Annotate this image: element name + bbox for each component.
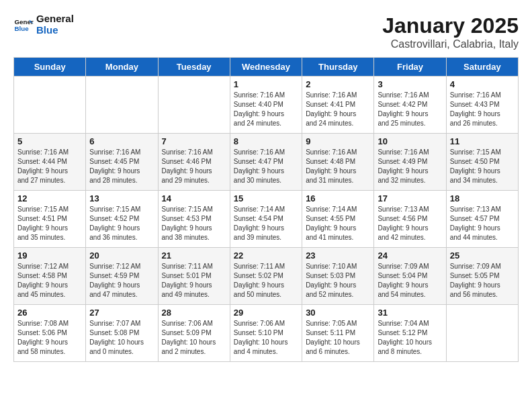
day-cell: 29Sunrise: 7:06 AM Sunset: 5:10 PM Dayli…	[230, 305, 302, 362]
day-cell: 15Sunrise: 7:14 AM Sunset: 4:54 PM Dayli…	[230, 191, 302, 248]
day-detail: Sunrise: 7:16 AM Sunset: 4:40 PM Dayligh…	[234, 91, 298, 128]
day-number: 10	[378, 136, 442, 146]
day-detail: Sunrise: 7:16 AM Sunset: 4:44 PM Dayligh…	[17, 148, 82, 185]
day-cell: 17Sunrise: 7:13 AM Sunset: 4:56 PM Dayli…	[374, 191, 446, 248]
day-detail: Sunrise: 7:05 AM Sunset: 5:11 PM Dayligh…	[306, 319, 370, 357]
day-detail: Sunrise: 7:14 AM Sunset: 4:55 PM Dayligh…	[306, 205, 370, 242]
day-detail: Sunrise: 7:15 AM Sunset: 4:52 PM Dayligh…	[89, 205, 154, 242]
day-detail: Sunrise: 7:16 AM Sunset: 4:45 PM Dayligh…	[89, 148, 154, 185]
day-number: 2	[306, 79, 370, 89]
day-cell: 5Sunrise: 7:16 AM Sunset: 4:44 PM Daylig…	[14, 134, 86, 191]
day-number: 16	[306, 193, 370, 203]
day-number: 19	[17, 250, 82, 261]
calendar-title: January 2025	[382, 13, 519, 38]
day-detail: Sunrise: 7:16 AM Sunset: 4:41 PM Dayligh…	[306, 91, 370, 128]
day-detail: Sunrise: 7:04 AM Sunset: 5:12 PM Dayligh…	[378, 319, 442, 357]
day-cell: 7Sunrise: 7:16 AM Sunset: 4:46 PM Daylig…	[158, 134, 230, 191]
day-cell: 16Sunrise: 7:14 AM Sunset: 4:55 PM Dayli…	[302, 191, 374, 248]
day-number: 18	[450, 193, 515, 203]
day-number: 11	[450, 136, 515, 146]
day-cell: 10Sunrise: 7:16 AM Sunset: 4:49 PM Dayli…	[374, 134, 446, 191]
day-number: 24	[378, 250, 442, 261]
day-detail: Sunrise: 7:15 AM Sunset: 4:53 PM Dayligh…	[162, 205, 226, 242]
day-cell: 26Sunrise: 7:08 AM Sunset: 5:06 PM Dayli…	[14, 305, 86, 362]
week-row-3: 12Sunrise: 7:15 AM Sunset: 4:51 PM Dayli…	[14, 191, 519, 248]
day-cell	[86, 77, 158, 134]
day-cell: 18Sunrise: 7:13 AM Sunset: 4:57 PM Dayli…	[446, 191, 518, 248]
day-detail: Sunrise: 7:10 AM Sunset: 5:03 PM Dayligh…	[306, 262, 370, 300]
day-number: 5	[17, 136, 82, 146]
logo: General Blue General Blue	[13, 13, 74, 36]
day-number: 17	[378, 193, 442, 203]
day-detail: Sunrise: 7:16 AM Sunset: 4:46 PM Dayligh…	[162, 148, 226, 185]
day-cell: 3Sunrise: 7:16 AM Sunset: 4:42 PM Daylig…	[374, 77, 446, 134]
day-cell: 1Sunrise: 7:16 AM Sunset: 4:40 PM Daylig…	[230, 77, 302, 134]
day-number: 30	[306, 308, 370, 318]
day-cell: 30Sunrise: 7:05 AM Sunset: 5:11 PM Dayli…	[302, 305, 374, 362]
day-number: 15	[234, 193, 298, 203]
week-row-5: 26Sunrise: 7:08 AM Sunset: 5:06 PM Dayli…	[14, 305, 519, 362]
day-number: 28	[162, 308, 226, 318]
week-row-4: 19Sunrise: 7:12 AM Sunset: 4:58 PM Dayli…	[14, 248, 519, 305]
day-number: 21	[162, 250, 226, 261]
day-detail: Sunrise: 7:07 AM Sunset: 5:08 PM Dayligh…	[89, 319, 154, 357]
day-number: 29	[234, 308, 298, 318]
day-number: 13	[89, 193, 154, 203]
logo-icon: General Blue	[13, 15, 34, 35]
day-number: 31	[378, 308, 442, 318]
day-number: 6	[89, 136, 154, 146]
day-cell: 4Sunrise: 7:16 AM Sunset: 4:43 PM Daylig…	[446, 77, 518, 134]
day-detail: Sunrise: 7:13 AM Sunset: 4:56 PM Dayligh…	[378, 205, 442, 242]
day-cell: 24Sunrise: 7:09 AM Sunset: 5:04 PM Dayli…	[374, 248, 446, 305]
day-cell: 9Sunrise: 7:16 AM Sunset: 4:48 PM Daylig…	[302, 134, 374, 191]
day-detail: Sunrise: 7:06 AM Sunset: 5:10 PM Dayligh…	[234, 319, 298, 357]
day-detail: Sunrise: 7:16 AM Sunset: 4:42 PM Dayligh…	[378, 91, 442, 128]
day-detail: Sunrise: 7:11 AM Sunset: 5:02 PM Dayligh…	[234, 262, 298, 300]
day-cell	[158, 77, 230, 134]
day-number: 4	[450, 79, 515, 89]
day-cell: 28Sunrise: 7:06 AM Sunset: 5:09 PM Dayli…	[158, 305, 230, 362]
weekday-header-friday: Friday	[374, 58, 446, 77]
day-number: 26	[17, 308, 82, 318]
calendar-subtitle: Castrovillari, Calabria, Italy	[382, 38, 519, 50]
day-cell: 2Sunrise: 7:16 AM Sunset: 4:41 PM Daylig…	[302, 77, 374, 134]
day-cell: 8Sunrise: 7:16 AM Sunset: 4:47 PM Daylig…	[230, 134, 302, 191]
day-detail: Sunrise: 7:16 AM Sunset: 4:48 PM Dayligh…	[306, 148, 370, 185]
day-number: 8	[234, 136, 298, 146]
day-detail: Sunrise: 7:13 AM Sunset: 4:57 PM Dayligh…	[450, 205, 515, 242]
day-cell: 12Sunrise: 7:15 AM Sunset: 4:51 PM Dayli…	[14, 191, 86, 248]
day-number: 3	[378, 79, 442, 89]
day-cell: 6Sunrise: 7:16 AM Sunset: 4:45 PM Daylig…	[86, 134, 158, 191]
weekday-header-tuesday: Tuesday	[158, 58, 230, 77]
day-number: 20	[89, 250, 154, 261]
day-cell: 31Sunrise: 7:04 AM Sunset: 5:12 PM Dayli…	[374, 305, 446, 362]
weekday-header-monday: Monday	[86, 58, 158, 77]
day-cell: 21Sunrise: 7:11 AM Sunset: 5:01 PM Dayli…	[158, 248, 230, 305]
day-cell: 23Sunrise: 7:10 AM Sunset: 5:03 PM Dayli…	[302, 248, 374, 305]
calendar-table: SundayMondayTuesdayWednesdayThursdayFrid…	[13, 57, 519, 362]
day-detail: Sunrise: 7:08 AM Sunset: 5:06 PM Dayligh…	[17, 319, 82, 357]
day-cell: 14Sunrise: 7:15 AM Sunset: 4:53 PM Dayli…	[158, 191, 230, 248]
logo-general: General	[36, 13, 74, 25]
day-detail: Sunrise: 7:15 AM Sunset: 4:50 PM Dayligh…	[450, 148, 515, 185]
day-cell	[14, 77, 86, 134]
day-detail: Sunrise: 7:14 AM Sunset: 4:54 PM Dayligh…	[234, 205, 298, 242]
day-cell: 22Sunrise: 7:11 AM Sunset: 5:02 PM Dayli…	[230, 248, 302, 305]
weekday-header-row: SundayMondayTuesdayWednesdayThursdayFrid…	[14, 58, 519, 77]
day-number: 9	[306, 136, 370, 146]
day-cell: 25Sunrise: 7:09 AM Sunset: 5:05 PM Dayli…	[446, 248, 518, 305]
day-cell: 20Sunrise: 7:12 AM Sunset: 4:59 PM Dayli…	[86, 248, 158, 305]
day-number: 14	[162, 193, 226, 203]
day-number: 23	[306, 250, 370, 261]
week-row-1: 1Sunrise: 7:16 AM Sunset: 4:40 PM Daylig…	[14, 77, 519, 134]
weekday-header-wednesday: Wednesday	[230, 58, 302, 77]
day-cell: 27Sunrise: 7:07 AM Sunset: 5:08 PM Dayli…	[86, 305, 158, 362]
day-detail: Sunrise: 7:11 AM Sunset: 5:01 PM Dayligh…	[162, 262, 226, 300]
day-cell: 11Sunrise: 7:15 AM Sunset: 4:50 PM Dayli…	[446, 134, 518, 191]
day-cell: 13Sunrise: 7:15 AM Sunset: 4:52 PM Dayli…	[86, 191, 158, 248]
title-area: January 2025 Castrovillari, Calabria, It…	[382, 13, 519, 50]
day-detail: Sunrise: 7:09 AM Sunset: 5:04 PM Dayligh…	[378, 262, 442, 300]
day-detail: Sunrise: 7:16 AM Sunset: 4:49 PM Dayligh…	[378, 148, 442, 185]
day-number: 7	[162, 136, 226, 146]
day-number: 1	[234, 79, 298, 89]
